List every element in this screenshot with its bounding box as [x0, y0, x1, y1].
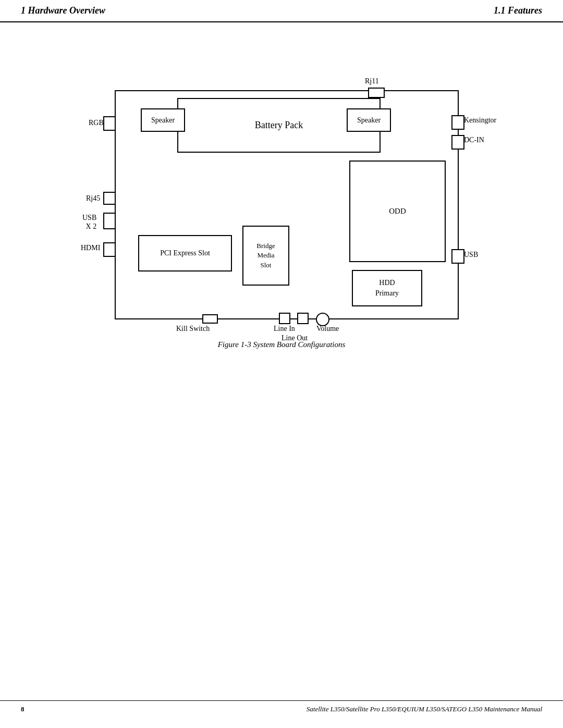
volume-label: Volume	[316, 325, 339, 333]
odd-component: ODD	[349, 161, 446, 262]
speaker-right-component: Speaker	[347, 108, 391, 132]
main-content: RGB Rj45 USBX 2 HDMI Rj11 Kensingtor DC-…	[0, 22, 563, 370]
line-out-connector	[297, 313, 309, 324]
pci-express-component: PCI Express Slot	[138, 235, 232, 272]
kill-switch-label: Kill Switch	[176, 325, 210, 333]
volume-knob	[316, 313, 329, 326]
rj11-connector	[368, 88, 385, 98]
rgb-label: RGB	[89, 119, 104, 127]
bridge-media-component: BridgeMediaSlot	[242, 226, 289, 286]
usb-x2-connector	[103, 213, 116, 229]
dc-in-label: DC-IN	[464, 136, 484, 144]
footer-title: Satellite L350/Satellite Pro L350/EQUIUM…	[307, 705, 542, 713]
usb-right-label: USB	[464, 251, 478, 259]
kensington-label: Kensingtor	[464, 116, 496, 125]
usb-x2-label: USBX 2	[82, 214, 96, 231]
hdmi-label: HDMI	[81, 244, 100, 252]
page-header: 1 Hardware Overview 1.1 Features	[0, 0, 563, 22]
hdmi-connector	[103, 242, 116, 257]
header-chapter: 1 Hardware Overview	[21, 5, 105, 16]
page-number: 8	[21, 705, 25, 713]
line-in-label: Line In	[274, 325, 295, 333]
kill-switch-connector	[202, 314, 218, 324]
rj45-label: Rj45	[86, 194, 100, 203]
system-board-diagram: RGB Rj45 USBX 2 HDMI Rj11 Kensingtor DC-…	[57, 59, 506, 330]
dc-in-connector	[451, 135, 464, 150]
rj45-connector	[103, 192, 116, 205]
rj11-label: Rj11	[365, 77, 379, 85]
speaker-left-component: Speaker	[141, 108, 185, 132]
line-out-label: Line Out	[282, 334, 308, 342]
line-in-connector	[279, 313, 290, 324]
kensington-connector	[451, 115, 464, 130]
usb-right-connector	[451, 249, 464, 264]
hdd-primary-component: HDDPrimary	[352, 270, 422, 306]
rgb-connector	[103, 116, 116, 131]
page-footer: 8 Satellite L350/Satellite Pro L350/EQUI…	[0, 700, 563, 718]
header-section: 1.1 Features	[494, 5, 542, 16]
